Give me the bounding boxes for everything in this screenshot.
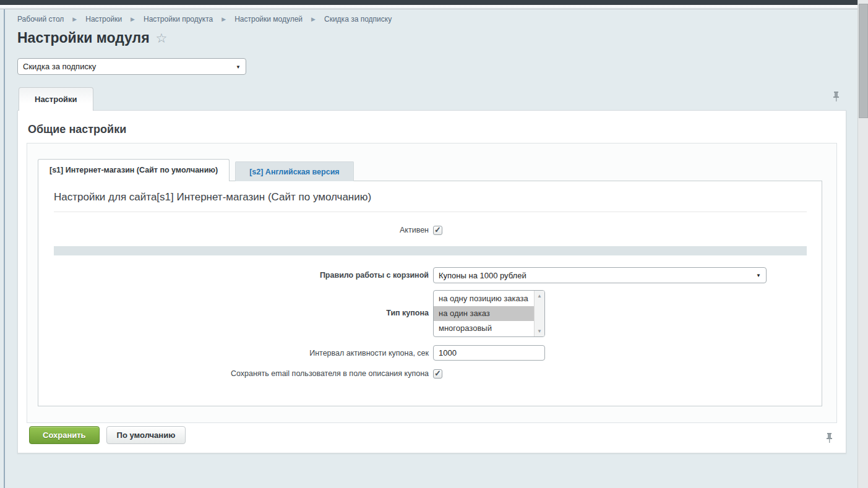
save-button[interactable]: Сохранить: [29, 426, 100, 444]
chevron-down-icon: [236, 64, 241, 69]
breadcrumb-arrow-icon: [221, 16, 226, 22]
breadcrumb-arrow-icon: [311, 16, 316, 22]
breadcrumb-item-module-settings[interactable]: Настройки модулей: [234, 15, 303, 24]
form-divider-line: [54, 212, 807, 212]
top-light-strip: [0, 5, 857, 9]
coupon-type-option[interactable]: на одну позицию заказа: [434, 291, 534, 306]
breadcrumb-item-desktop[interactable]: Рабочий стол: [17, 15, 64, 24]
breadcrumb-arrow-icon: [131, 16, 135, 22]
section-heading: Общие настройки: [28, 123, 126, 136]
chevron-down-icon: [756, 273, 761, 278]
coupon-type-listbox[interactable]: на одну позицию заказа на один заказ мно…: [433, 290, 545, 337]
default-button[interactable]: По умолчанию: [106, 426, 186, 444]
interval-label: Интервал активности купона, сек: [54, 349, 433, 357]
breadcrumb-arrow-icon: [72, 16, 77, 22]
scroll-up-icon[interactable]: [535, 293, 544, 299]
coupon-type-label: Тип купона: [54, 309, 433, 317]
coupon-type-option-selected[interactable]: на один заказ: [434, 306, 534, 321]
pin-icon[interactable]: [825, 433, 833, 443]
title-row: Настройки модуля: [17, 30, 167, 46]
settings-panel: Общие настройки [s1] Интернет-магазин (С…: [17, 110, 846, 453]
basket-rule-label: Правило работы с корзиной: [54, 271, 433, 280]
basket-rule-value: Купоны на 1000 рублей: [439, 271, 526, 280]
form-row-save-email: Сохранять email пользователя в поле опис…: [54, 369, 807, 379]
coupon-type-option[interactable]: многоразовый: [434, 321, 534, 336]
footer-button-bar: Сохранить По умолчанию: [29, 426, 186, 444]
form-row-basket-rule: Правило работы с корзиной Купоны на 1000…: [54, 267, 807, 283]
module-select[interactable]: Скидка за подписку: [17, 58, 246, 75]
tab-site-s1[interactable]: [s1] Интернет-магазин (Сайт по умолчанию…: [38, 159, 230, 181]
scrollbar-thumb[interactable]: [859, 4, 868, 118]
form-row-interval: Интервал активности купона, сек: [54, 345, 807, 361]
site-settings-form: Настройки для сайта[s1] Интернет-магазин…: [38, 181, 822, 406]
active-checkbox[interactable]: [433, 226, 442, 235]
breadcrumb-item-product-settings[interactable]: Настройки продукта: [144, 15, 213, 24]
settings-box: [s1] Интернет-магазин (Сайт по умолчанию…: [27, 143, 837, 423]
breadcrumb: Рабочий стол Настройки Настройки продукт…: [17, 15, 392, 24]
scroll-down-icon[interactable]: [535, 328, 544, 334]
listbox-scrollbar[interactable]: [534, 291, 544, 336]
left-accent-line: [4, 9, 5, 488]
interval-input[interactable]: [433, 345, 545, 361]
top-dark-bar: [0, 0, 857, 5]
tab-site-s2[interactable]: [s2] Английская версия: [235, 161, 353, 181]
tab-settings[interactable]: Настройки: [19, 87, 93, 111]
active-label: Активен: [54, 226, 433, 234]
module-select-value: Скидка за подписку: [23, 62, 96, 71]
page-scrollbar[interactable]: [857, 0, 868, 488]
favorite-star-icon[interactable]: [156, 32, 168, 45]
form-heading: Настройки для сайта[s1] Интернет-магазин…: [54, 191, 807, 203]
site-tabs: [s1] Интернет-магазин (Сайт по умолчанию…: [38, 159, 354, 181]
form-row-active: Активен: [54, 225, 807, 235]
breadcrumb-item-settings[interactable]: Настройки: [85, 15, 122, 24]
save-email-checkbox[interactable]: [433, 369, 442, 379]
save-email-label: Сохранять email пользователя в поле опис…: [54, 369, 433, 378]
breadcrumb-item-current[interactable]: Скидка за подписку: [324, 15, 392, 24]
pin-icon[interactable]: [832, 92, 840, 102]
page-title: Настройки модуля: [17, 30, 150, 46]
section-divider-bar: [54, 246, 807, 255]
basket-rule-select[interactable]: Купоны на 1000 рублей: [433, 267, 767, 283]
form-row-coupon-type: Тип купона на одну позицию заказа на оди…: [54, 290, 807, 337]
